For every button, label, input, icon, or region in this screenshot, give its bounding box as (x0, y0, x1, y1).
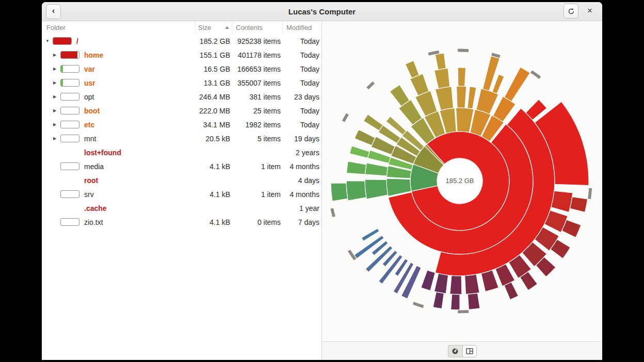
ring-segment[interactable] (468, 293, 480, 309)
back-button[interactable]: ‹ (46, 4, 61, 19)
ring-segment[interactable] (346, 181, 366, 201)
table-row[interactable]: ▼/185.2 GB925238 itemsToday (42, 34, 321, 48)
expander-closed-icon[interactable]: ▶ (53, 122, 60, 127)
ring-segment[interactable] (450, 275, 462, 294)
folder-cell: ▼/ (42, 37, 195, 45)
ring-segment[interactable] (468, 87, 476, 109)
ring-segment[interactable] (350, 146, 369, 158)
table-row[interactable]: .cache1 year (42, 201, 321, 215)
expander-closed-icon[interactable]: ▶ (53, 67, 60, 71)
ring-segment[interactable] (433, 292, 444, 308)
folder-cell: ▶mnt (42, 135, 195, 143)
rings-view-button[interactable] (448, 345, 462, 357)
ring-segment[interactable] (481, 270, 498, 291)
ring-segment[interactable] (434, 273, 448, 293)
usage-bar-fill (61, 79, 63, 86)
usage-bar-slot (60, 107, 82, 114)
ring-segment[interactable] (434, 68, 450, 89)
ring-segment[interactable] (570, 197, 587, 212)
ring-segment[interactable] (421, 270, 436, 291)
usage-bar (60, 121, 79, 128)
usage-bar-slot (60, 93, 82, 101)
ring-segment[interactable] (405, 61, 419, 78)
close-button[interactable]: × (583, 4, 597, 18)
ring-depth-tick (458, 309, 469, 314)
treemap-view-button[interactable] (462, 345, 477, 357)
column-header-folder[interactable]: Folder (42, 21, 195, 34)
contents-cell: 1 item (232, 162, 283, 171)
ring-segment[interactable] (365, 179, 388, 199)
modified-cell: Today (283, 79, 321, 87)
table-row[interactable]: root4 days (42, 173, 321, 187)
close-icon: × (587, 6, 592, 16)
table-row[interactable]: ▶boot222.0 MB25 itemsToday (42, 104, 321, 118)
folder-name: .cache (84, 204, 107, 212)
refresh-icon (568, 8, 575, 15)
ring-depth-tick (588, 188, 592, 200)
table-row[interactable]: media4.1 kB1 item4 months (42, 159, 321, 173)
table-row[interactable]: srv4.1 kB1 item4 months (42, 187, 321, 201)
table-row[interactable]: ▶var16.5 GB166653 itemsToday (42, 62, 321, 76)
contents-cell: 925238 items (232, 37, 283, 45)
ring-segment[interactable] (363, 114, 383, 131)
rings-chart[interactable]: 185.2 GB (322, 21, 602, 341)
ring-segment[interactable] (451, 294, 460, 310)
refresh-button[interactable] (564, 4, 578, 19)
folder-name: boot (84, 107, 100, 115)
usage-bar-slot (60, 162, 82, 170)
ring-segment[interactable] (435, 53, 446, 70)
ring-segment[interactable] (492, 74, 504, 93)
ring-depth-tick (412, 301, 424, 308)
folder-name: etc (84, 121, 94, 129)
table-row[interactable]: zio.txt4.1 kB0 items7 days (42, 215, 321, 229)
expander-closed-icon[interactable]: ▶ (53, 94, 60, 99)
table-row[interactable]: ▶home155.1 GB401178 itemsToday (42, 48, 321, 62)
usage-bar-fill (61, 65, 63, 72)
ring-segment[interactable] (347, 161, 366, 174)
folder-name: opt (84, 93, 94, 101)
table-row[interactable]: ▶opt246.4 MB381 items23 days (42, 90, 321, 104)
contents-cell: 401178 items (232, 51, 283, 59)
ring-segment[interactable] (457, 86, 466, 108)
folder-cell: .cache (42, 204, 195, 212)
usage-bar-slot (60, 65, 82, 73)
ring-segment[interactable] (331, 183, 348, 201)
size-cell: 20.5 kB (195, 135, 232, 143)
ring-segment[interactable] (504, 67, 530, 101)
column-header-contents[interactable]: Contents (232, 21, 283, 34)
chart-center-label: 185.2 GB (446, 177, 474, 185)
modified-cell: 4 months (283, 162, 321, 171)
ring-segment[interactable] (458, 68, 465, 86)
folder-cell: media (42, 162, 195, 171)
contents-cell: 1 item (232, 190, 283, 199)
expander-closed-icon[interactable]: ▶ (53, 136, 60, 141)
expander-closed-icon[interactable]: ▶ (53, 108, 60, 113)
ring-segment[interactable] (401, 266, 422, 299)
table-row[interactable]: lost+found2 years (42, 145, 321, 159)
table-row[interactable]: ▶mnt20.5 kB5 items19 days (42, 131, 321, 145)
expander-closed-icon[interactable]: ▶ (53, 53, 60, 57)
tree-header-row: Folder Size Contents Modified (42, 21, 321, 34)
expander-closed-icon[interactable]: ▶ (53, 80, 60, 85)
usage-bar (60, 162, 79, 170)
ring-depth-tick (330, 208, 336, 218)
folder-name: srv (84, 190, 94, 199)
expander-open-icon[interactable]: ▼ (45, 39, 53, 43)
table-row[interactable]: ▶usr13.1 GB355007 itemsToday (42, 76, 321, 90)
ring-segment[interactable] (465, 274, 480, 294)
header-bar: ‹ Lucas's Computer × (42, 2, 602, 21)
ring-segment[interactable] (435, 87, 453, 110)
modified-cell: 4 months (283, 190, 321, 199)
column-header-size[interactable]: Size (195, 21, 232, 34)
sort-indicator-icon (225, 26, 229, 29)
ring-segment[interactable] (355, 129, 375, 145)
column-header-modified[interactable]: Modified (283, 21, 321, 34)
table-row[interactable]: ▶etc34.1 MB1982 itemsToday (42, 118, 321, 131)
ring-segment[interactable] (504, 282, 519, 300)
contents-cell: 5 items (232, 135, 283, 143)
size-cell: 34.1 MB (195, 121, 232, 129)
ring-segment[interactable] (551, 191, 573, 212)
modified-cell: Today (283, 37, 321, 45)
ring-segment[interactable] (365, 163, 388, 176)
folder-cell: ▶opt (42, 93, 195, 101)
